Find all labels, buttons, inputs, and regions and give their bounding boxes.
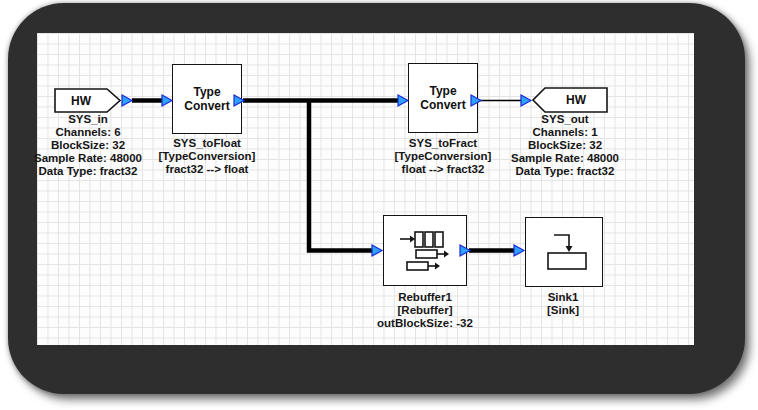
label-group-rebuffer1: Rebuffer1 [Rebuffer] outBlockSize: -32 [360,291,490,330]
block-type: [Sink] [498,304,628,317]
label-group-sys-tofract: SYS_toFract [TypeConversion] float --> f… [378,137,508,176]
block-name: SYS_toFract [378,137,508,150]
block-sys-tofloat[interactable]: Type Convert [172,64,242,134]
block-title: HW [545,87,607,113]
block-name: SYS_in [23,113,153,126]
label-group-sys-tofloat: SYS_toFloat [TypeConversion] fract32 -->… [142,137,272,176]
block-prop-datatype: Data Type: fract32 [500,165,630,178]
label-group-sys-out: SYS_out Channels: 1 BlockSize: 32 Sample… [500,113,630,178]
block-title: HW [54,88,108,113]
block-type: [TypeConversion] [142,150,272,163]
block-name: Sink1 [498,291,628,304]
label-group-sys-in: SYS_in Channels: 6 BlockSize: 32 Sample … [23,113,153,178]
block-prop-blocksize: BlockSize: 32 [23,139,153,152]
block-prop-channels: Channels: 6 [23,126,153,139]
block-prop-samplerate: Sample Rate: 48000 [500,152,630,165]
block-rebuffer1[interactable] [383,215,467,286]
label-group-sink1: Sink1 [Sink] [498,291,628,317]
block-sink1[interactable] [525,217,603,287]
block-name: SYS_out [500,113,630,126]
block-conversion: float --> fract32 [378,163,508,176]
block-name: SYS_toFloat [142,137,272,150]
block-sys-tofract[interactable]: Type Convert [408,63,478,133]
block-title-line2: Convert [420,98,465,112]
block-name: Rebuffer1 [360,291,490,304]
sink-icon [526,218,601,285]
block-sys-in[interactable]: HW [54,88,121,113]
diagram-canvas[interactable]: HW Type Convert Type Convert HW [37,33,694,345]
block-conversion: fract32 --> float [142,163,272,176]
wire-branch-to-rebuffer[interactable] [309,101,373,251]
block-prop-channels: Channels: 1 [500,126,630,139]
rebuffer-icon [384,216,464,283]
block-param: outBlockSize: -32 [360,317,490,330]
block-type: [TypeConversion] [378,150,508,163]
block-prop-datatype: Data Type: fract32 [23,165,153,178]
block-title-line1: Type [184,85,229,99]
block-title-line2: Convert [184,99,229,113]
block-prop-samplerate: Sample Rate: 48000 [23,152,153,165]
block-sys-out[interactable]: HW [532,87,608,113]
block-prop-blocksize: BlockSize: 32 [500,139,630,152]
block-title-line1: Type [420,84,465,98]
block-type: [Rebuffer] [360,304,490,317]
